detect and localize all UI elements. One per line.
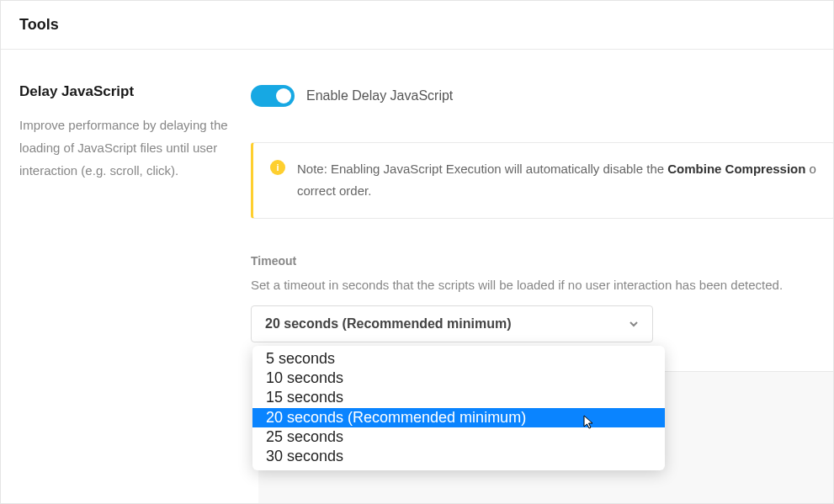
timeout-option[interactable]: 15 seconds bbox=[252, 388, 665, 407]
timeout-option[interactable]: 5 seconds bbox=[252, 349, 665, 369]
section-description: Improve performance by delaying the load… bbox=[19, 114, 251, 182]
timeout-label: Timeout bbox=[251, 254, 833, 268]
timeout-option[interactable]: 10 seconds bbox=[252, 369, 665, 388]
settings-panel: Tools Delay JavaScript Improve performan… bbox=[0, 0, 834, 504]
info-icon: i bbox=[270, 160, 285, 175]
section-info: Delay JavaScript Improve performance by … bbox=[19, 83, 251, 182]
notice-line2: correct order. bbox=[297, 183, 371, 198]
enable-row: Enable Delay JavaScript bbox=[251, 83, 833, 109]
notice-prefix: Note: Enabling JavaScript Execution will… bbox=[297, 162, 667, 176]
timeout-select[interactable]: 20 seconds (Recommended minimum) bbox=[251, 305, 653, 342]
timeout-option[interactable]: 20 seconds (Recommended minimum) bbox=[252, 408, 665, 427]
section-title: Delay JavaScript bbox=[19, 83, 251, 100]
timeout-option[interactable]: 30 seconds bbox=[252, 447, 665, 466]
panel-title: Tools bbox=[19, 16, 815, 34]
enable-toggle-label: Enable Delay JavaScript bbox=[306, 88, 453, 103]
panel-header: Tools bbox=[1, 1, 833, 50]
notice-strong: Combine Compression bbox=[667, 162, 805, 176]
chevron-down-icon bbox=[629, 319, 639, 329]
section-controls: Enable Delay JavaScript i Note: Enabling… bbox=[251, 83, 833, 374]
timeout-option[interactable]: 25 seconds bbox=[252, 427, 665, 447]
timeout-dropdown: 5 seconds10 seconds15 seconds20 seconds … bbox=[252, 346, 665, 470]
timeout-select-wrap: 20 seconds (Recommended minimum) 5 secon… bbox=[251, 305, 653, 342]
notice-suffix: o bbox=[805, 162, 816, 176]
panel-body: Delay JavaScript Improve performance by … bbox=[1, 50, 833, 374]
warning-notice: i Note: Enabling JavaScript Execution wi… bbox=[251, 142, 834, 219]
enable-toggle[interactable] bbox=[251, 85, 295, 107]
timeout-description: Set a timeout in seconds that the script… bbox=[251, 276, 833, 294]
notice-text: Note: Enabling JavaScript Execution will… bbox=[297, 158, 816, 203]
timeout-select-value: 20 seconds (Recommended minimum) bbox=[265, 316, 512, 332]
